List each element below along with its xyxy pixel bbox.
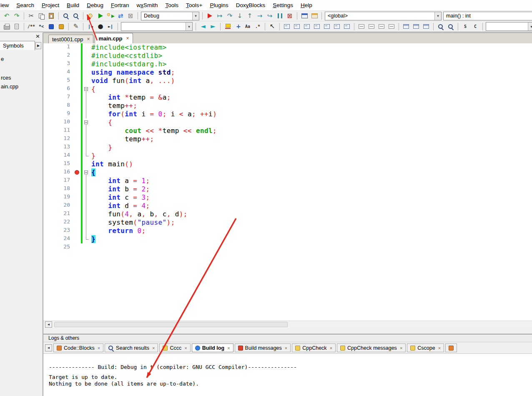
wx-pointer-icon[interactable]: ↖ [268, 22, 277, 31]
wx-sizer-4-icon[interactable] [387, 22, 396, 31]
match-case-icon[interactable]: Aa [243, 22, 252, 31]
close-tab-icon[interactable]: × [330, 346, 332, 351]
close-tab-icon[interactable]: × [126, 35, 129, 41]
breakpoint-margin[interactable] [74, 177, 80, 185]
log-tab-clipped[interactable] [445, 343, 457, 352]
run-icon[interactable] [96, 11, 105, 20]
log-tab-cscope[interactable]: Cscope× [407, 343, 444, 352]
breakpoint-margin[interactable] [74, 68, 80, 77]
abort-build-icon[interactable]: ⊠ [126, 11, 135, 20]
replace-icon[interactable] [71, 11, 80, 20]
close-tab-icon[interactable]: × [184, 346, 187, 351]
log-tab-build-messages[interactable]: Build messages× [235, 343, 291, 352]
s-toggle-icon[interactable]: S [461, 22, 470, 31]
breakpoint-margin[interactable] [74, 118, 80, 127]
zoom-in-icon[interactable] [436, 22, 445, 31]
browse-forward-icon[interactable]: ► [208, 22, 218, 31]
wx-widget-4-icon[interactable] [312, 22, 321, 31]
wx-widget-6-icon[interactable] [332, 22, 341, 31]
close-tab-icon[interactable]: × [152, 346, 155, 351]
fold-collapse-icon[interactable] [84, 170, 88, 174]
zoom-out-icon[interactable] [446, 22, 455, 31]
menu-doxyblocks[interactable]: DoxyBlocks [232, 0, 269, 10]
menu-settings[interactable]: Settings [269, 0, 297, 10]
fold-collapse-icon[interactable] [84, 87, 88, 91]
wx-sizer-3-icon[interactable] [377, 22, 386, 31]
document-icon[interactable] [12, 22, 21, 31]
breakpoint-margin[interactable] [74, 193, 80, 202]
close-tab-icon[interactable]: × [438, 346, 441, 351]
fold-margin[interactable] [83, 85, 90, 93]
build-icon[interactable]: ⚙ [86, 11, 95, 20]
debug-info-icon[interactable] [310, 11, 319, 20]
hscroll-thumb[interactable] [54, 322, 288, 327]
step-into-instruction-icon[interactable]: ↪ [265, 11, 274, 20]
breakpoint-margin[interactable] [74, 77, 80, 85]
menu-build[interactable]: Build [63, 0, 83, 10]
redo-icon[interactable]: ↷ [12, 11, 21, 20]
doxy-line-comment-icon[interactable]: *< [37, 22, 46, 31]
breakpoint-margin[interactable] [74, 202, 80, 210]
editor-tab-main-cpp[interactable]: main.cpp× [95, 33, 133, 43]
prev-bookmark-icon[interactable]: |◄ [86, 22, 95, 31]
regex-icon[interactable]: .* [253, 22, 262, 31]
wx-widget-2-icon[interactable] [292, 22, 301, 31]
breakpoint-margin[interactable] [74, 43, 80, 52]
panel-close-icon[interactable]: × [35, 33, 40, 39]
breakpoint-margin[interactable] [74, 160, 80, 168]
breakpoint-margin[interactable] [74, 227, 80, 235]
stop-debug-icon[interactable]: ⊠ [285, 11, 294, 20]
run-to-cursor-icon[interactable]: ↦ [215, 11, 224, 20]
chevron-down-icon[interactable]: ▾ [186, 23, 192, 30]
breakpoint-margin[interactable] [74, 243, 80, 252]
function-select[interactable]: main() : int [443, 12, 532, 20]
breakpoint-margin[interactable] [74, 110, 80, 118]
breakpoint-marker[interactable] [74, 168, 80, 177]
wx-widget-1-icon[interactable] [282, 22, 291, 31]
toggle-bookmark-icon[interactable]: ● [96, 22, 105, 31]
wx-sizer-1-icon[interactable] [357, 22, 366, 31]
log-tab-cccc[interactable]: Cccc× [159, 343, 190, 352]
breakpoint-margin[interactable] [74, 135, 80, 143]
menu-plugins[interactable]: Plugins [206, 0, 232, 10]
pause-debug-icon[interactable] [275, 11, 284, 20]
menu-tools[interactable]: Tools [161, 0, 182, 10]
menu-fortran[interactable]: Fortran [107, 0, 133, 10]
highlight-occurrences-icon[interactable] [223, 22, 232, 31]
breakpoint-margin[interactable] [74, 93, 80, 102]
wx-frame-3-icon[interactable] [422, 22, 431, 31]
edit-pencil-icon[interactable]: ✎ [71, 22, 80, 31]
print-icon[interactable] [2, 22, 11, 31]
chevron-down-icon[interactable]: ▾ [192, 12, 199, 20]
cut-icon[interactable]: ✂ [27, 11, 36, 20]
menu-debug[interactable]: Debug [83, 0, 107, 10]
editor-horizontal-scrollbar[interactable]: ◄ [43, 321, 532, 328]
chevron-down-icon[interactable]: ▾ [528, 23, 532, 30]
breakpoint-margin[interactable] [74, 235, 80, 243]
doxy-run-icon[interactable] [47, 22, 56, 31]
next-instruction-icon[interactable]: → [255, 11, 264, 20]
step-into-icon[interactable]: ↓ [235, 11, 244, 20]
log-tab-search-results[interactable]: Search results× [105, 343, 158, 352]
step-out-icon[interactable]: ↑ [245, 11, 254, 20]
breakpoint-icon[interactable] [75, 170, 79, 175]
breakpoint-margin[interactable] [74, 85, 80, 93]
menu-wxsmith[interactable]: wxSmith [133, 0, 161, 10]
fold-margin[interactable] [83, 118, 90, 127]
menu-search[interactable]: Search [13, 0, 38, 10]
close-tab-icon[interactable]: × [285, 346, 287, 351]
match-highlight-icon[interactable] [233, 22, 242, 31]
panel-tab-scroll-right-icon[interactable]: ▶ [35, 42, 41, 49]
rebuild-icon[interactable]: ⇄ [116, 11, 125, 20]
copy-icon[interactable] [37, 11, 46, 20]
next-line-icon[interactable]: ↷ [225, 11, 234, 20]
wx-widget-5-icon[interactable] [322, 22, 331, 31]
next-bookmark-icon[interactable]: ►| [106, 22, 115, 31]
wx-sizer-2-icon[interactable] [367, 22, 376, 31]
menu-tools-2[interactable]: Tools+ [182, 0, 206, 10]
menu-project[interactable]: Project [38, 0, 63, 10]
wx-frame-2-icon[interactable] [412, 22, 421, 31]
log-tab-cppcheck-messages[interactable]: CppCheck messages× [337, 343, 406, 352]
close-tab-icon[interactable]: × [227, 346, 230, 351]
menu-iew[interactable]: iew [0, 0, 13, 10]
